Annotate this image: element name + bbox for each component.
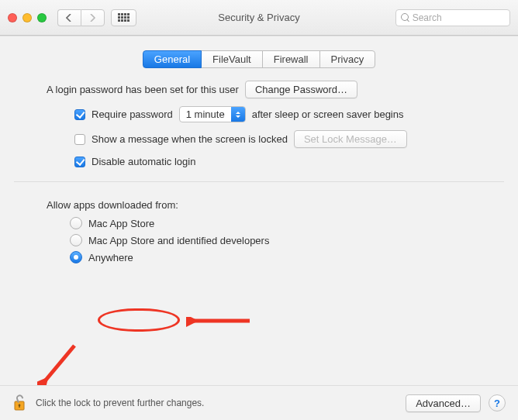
show-message-checkbox[interactable] (74, 134, 85, 145)
radio-appstore[interactable] (70, 217, 82, 229)
show-message-label: Show a message when the screen is locked (92, 133, 288, 145)
allow-apps-option-anywhere[interactable]: Anywhere (70, 251, 471, 263)
advanced-button[interactable]: Advanced… (406, 394, 481, 412)
disable-auto-login-label: Disable automatic login (92, 156, 195, 167)
disable-auto-login-row: Disable automatic login (74, 156, 471, 167)
search-field-wrap[interactable] (395, 9, 510, 26)
annotation-arrow-anywhere (186, 317, 253, 334)
radio-identified[interactable] (70, 234, 82, 246)
require-password-checkbox[interactable] (74, 109, 85, 120)
chevron-right-icon (89, 14, 96, 22)
titlebar: Security & Privacy (0, 0, 518, 36)
tab-bar: General FileVault Firewall Privacy (14, 50, 504, 68)
footer: Click the lock to prevent further change… (0, 385, 518, 420)
annotation-circle (98, 308, 180, 332)
allow-apps-option-appstore[interactable]: Mac App Store (70, 217, 471, 229)
svg-rect-3 (19, 405, 19, 408)
tab-privacy[interactable]: Privacy (319, 50, 376, 68)
grid-icon (118, 13, 130, 22)
login-password-row: A login password has been set for this u… (47, 81, 471, 98)
search-icon (401, 13, 409, 22)
lock-icon[interactable] (12, 394, 28, 412)
change-password-button[interactable]: Change Password… (245, 81, 357, 98)
close-window-button[interactable] (8, 13, 17, 22)
allow-apps-group: Allow apps downloaded from: Mac App Stor… (47, 199, 471, 263)
stepper-arrows-icon (231, 107, 245, 122)
minimize-window-button[interactable] (22, 13, 32, 22)
tab-firewall[interactable]: Firewall (262, 50, 320, 68)
allow-apps-option-identified[interactable]: Mac App Store and identified developers (70, 234, 471, 246)
lock-message: Click the lock to prevent further change… (36, 398, 204, 408)
chevron-left-icon (66, 14, 73, 22)
preferences-panel: General FileVault Firewall Privacy A log… (0, 36, 518, 420)
login-options: Require password 1 minute after sleep or… (74, 106, 471, 167)
nav-buttons (57, 9, 105, 26)
zoom-window-button[interactable] (37, 13, 47, 22)
divider (14, 181, 504, 182)
disable-auto-login-checkbox[interactable] (74, 157, 85, 167)
radio-identified-label: Mac App Store and identified developers (88, 235, 269, 246)
require-password-suffix: after sleep or screen saver begins (252, 108, 404, 120)
allow-apps-heading: Allow apps downloaded from: (47, 199, 178, 211)
search-input[interactable] (413, 12, 505, 23)
window-controls (8, 13, 47, 22)
set-lock-message-button: Set Lock Message… (294, 130, 407, 148)
show-all-button[interactable] (111, 9, 136, 26)
general-section: A login password has been set for this u… (14, 81, 504, 263)
radio-anywhere[interactable] (70, 251, 82, 263)
radio-anywhere-label: Anywhere (88, 252, 133, 263)
allow-apps-options: Mac App Store Mac App Store and identifi… (70, 217, 471, 263)
tab-general[interactable]: General (143, 50, 202, 68)
require-password-delay-value: 1 minute (186, 108, 231, 120)
forward-button[interactable] (81, 9, 105, 26)
help-button[interactable]: ? (489, 394, 506, 411)
back-button[interactable] (57, 9, 81, 26)
login-password-text: A login password has been set for this u… (47, 84, 239, 95)
require-password-row: Require password 1 minute after sleep or… (74, 106, 471, 122)
show-message-row: Show a message when the screen is locked… (74, 130, 471, 148)
require-password-delay-select[interactable]: 1 minute (179, 106, 246, 122)
tab-filevault[interactable]: FileVault (201, 50, 263, 68)
radio-appstore-label: Mac App Store (88, 218, 154, 229)
require-password-label: Require password (92, 108, 173, 120)
svg-line-1 (43, 346, 74, 383)
